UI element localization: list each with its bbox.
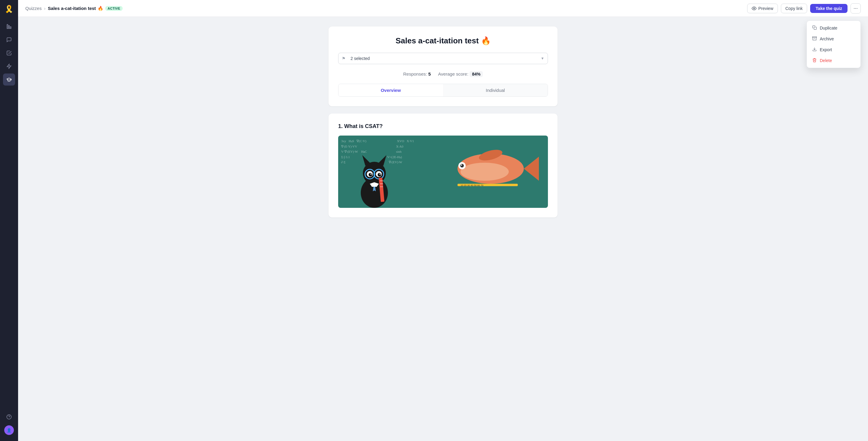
segment-select-wrapper: ⚑ 2 selected ▼ bbox=[338, 53, 548, 64]
question-card: 1. What is CSAT? 3xy H₂S ∇(C·V) XVO X·V1… bbox=[329, 114, 558, 218]
main-content: Quizzes › Sales a-cat-itation test 🔥 Act… bbox=[18, 0, 868, 441]
header: Quizzes › Sales a-cat-itation test 🔥 Act… bbox=[18, 0, 868, 17]
avg-score-badge: 84% bbox=[470, 71, 483, 77]
svg-point-22 bbox=[379, 174, 381, 175]
svg-marker-12 bbox=[362, 155, 371, 166]
export-icon bbox=[812, 47, 817, 53]
tab-individual[interactable]: Individual bbox=[443, 84, 548, 96]
dropdown-duplicate[interactable]: Duplicate bbox=[809, 23, 859, 33]
svg-marker-13 bbox=[377, 155, 386, 166]
logo: 🎗️ bbox=[4, 4, 14, 14]
svg-point-19 bbox=[369, 173, 372, 177]
fish-illustration: 10 20 30 40 50 60 70 bbox=[452, 145, 542, 193]
copy-link-button[interactable]: Copy link bbox=[781, 4, 807, 13]
active-badge: Active bbox=[105, 6, 123, 11]
sidebar-bottom: 👤 bbox=[3, 411, 15, 437]
quiz-card-title: Sales a-cat-itation test 🔥 bbox=[338, 36, 548, 45]
svg-point-9 bbox=[857, 8, 858, 9]
duplicate-label: Duplicate bbox=[820, 26, 837, 30]
sidebar-item-tasks[interactable] bbox=[3, 47, 15, 59]
cat-illustration bbox=[350, 148, 398, 208]
view-tabs: Overview Individual bbox=[338, 84, 548, 97]
avg-score-label: Average score: 84% bbox=[438, 71, 483, 76]
stats-row: Responses: 5 Average score: 84% bbox=[338, 71, 548, 76]
sidebar-item-analytics[interactable] bbox=[3, 21, 15, 33]
question-image: 3xy H₂S ∇(C·V) XVO X·V1 ∇·(E·Y)·VV X·A0 … bbox=[338, 135, 548, 208]
archive-icon bbox=[812, 36, 817, 41]
svg-point-21 bbox=[370, 174, 372, 175]
responses-label: Responses: 5 bbox=[403, 71, 431, 76]
sidebar-nav bbox=[3, 21, 15, 408]
dropdown-delete[interactable]: Delete bbox=[809, 55, 859, 66]
quiz-summary-card: Sales a-cat-itation test 🔥 ⚑ 2 selected … bbox=[329, 27, 558, 106]
delete-icon bbox=[812, 58, 817, 63]
dropdown-export[interactable]: Export bbox=[809, 44, 859, 55]
fire-emoji: 🔥 bbox=[98, 6, 103, 11]
export-label: Export bbox=[820, 47, 832, 52]
svg-marker-30 bbox=[524, 157, 539, 181]
svg-point-20 bbox=[378, 173, 381, 177]
preview-button[interactable]: Preview bbox=[747, 4, 778, 13]
svg-point-6 bbox=[753, 8, 755, 9]
breadcrumb-current: Sales a-cat-itation test 🔥 Active bbox=[48, 6, 123, 11]
svg-point-33 bbox=[460, 164, 464, 167]
breadcrumb: Quizzes › Sales a-cat-itation test 🔥 Act… bbox=[25, 6, 745, 11]
header-actions: Preview Copy link Take the quiz bbox=[747, 3, 861, 13]
segment-select[interactable]: 2 selected bbox=[338, 53, 548, 64]
dropdown-archive[interactable]: Archive bbox=[809, 33, 859, 44]
tab-overview[interactable]: Overview bbox=[338, 84, 443, 96]
sidebar: 🎗️ 👤 bbox=[0, 0, 18, 441]
svg-point-8 bbox=[855, 8, 856, 9]
breadcrumb-quizzes[interactable]: Quizzes bbox=[25, 6, 41, 11]
svg-rect-0 bbox=[7, 24, 8, 29]
sidebar-item-messages[interactable] bbox=[3, 34, 15, 46]
more-options-button[interactable] bbox=[850, 3, 861, 13]
svg-rect-39 bbox=[812, 37, 817, 38]
chalkboard-bg: 3xy H₂S ∇(C·V) XVO X·V1 ∇·(E·Y)·VV X·A0 … bbox=[338, 135, 548, 208]
sidebar-item-automation[interactable] bbox=[3, 60, 15, 72]
svg-rect-38 bbox=[814, 27, 816, 30]
breadcrumb-separator: › bbox=[44, 6, 45, 11]
flag-icon: ⚑ bbox=[342, 56, 346, 61]
svg-point-7 bbox=[854, 8, 855, 9]
svg-point-31 bbox=[461, 163, 509, 181]
take-quiz-button[interactable]: Take the quiz bbox=[810, 4, 847, 13]
sidebar-item-help[interactable] bbox=[3, 411, 15, 423]
duplicate-icon bbox=[812, 25, 817, 31]
avatar[interactable]: 👤 bbox=[4, 426, 14, 435]
page-content: Sales a-cat-itation test 🔥 ⚑ 2 selected … bbox=[18, 17, 868, 441]
question-title: 1. What is CSAT? bbox=[338, 123, 548, 129]
quiz-title: Sales a-cat-itation test bbox=[48, 6, 96, 11]
svg-marker-3 bbox=[7, 64, 11, 69]
delete-label: Delete bbox=[820, 58, 832, 63]
dropdown-menu: Duplicate Archive Export Delete bbox=[807, 21, 861, 68]
svg-rect-1 bbox=[9, 26, 10, 29]
svg-rect-2 bbox=[10, 27, 11, 29]
svg-text:10  20  30  40  50  60  70: 10 20 30 40 50 60 70 bbox=[461, 184, 484, 187]
responses-count: 5 bbox=[428, 71, 431, 76]
sidebar-item-learn[interactable] bbox=[3, 73, 15, 86]
archive-label: Archive bbox=[820, 36, 834, 41]
svg-point-34 bbox=[461, 164, 462, 166]
